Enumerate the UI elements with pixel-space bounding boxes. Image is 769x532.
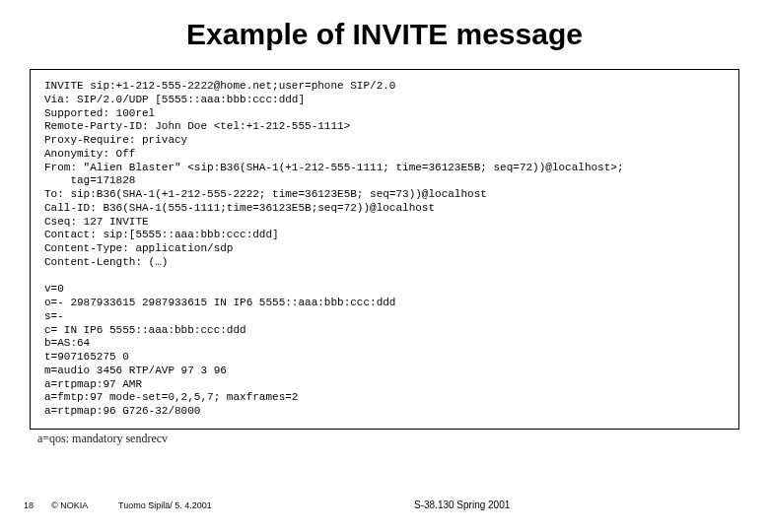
sip-message-box: INVITE sip:+1-212-555-2222@home.net;user… (30, 69, 739, 430)
page-number: 18 (24, 500, 34, 510)
course-text: S-38.130 Spring 2001 (414, 499, 510, 510)
author-text: Tuomo Sipilä/ 5. 4.2001 (118, 500, 212, 510)
copyright-text: © NOKIA (51, 500, 88, 510)
qos-annotation: a=qos: mandatory sendrecv (37, 432, 739, 446)
slide-title: Example of INVITE message (0, 0, 769, 61)
slide-footer: 18 © NOKIA Tuomo Sipilä/ 5. 4.2001 S-38.… (0, 491, 769, 510)
